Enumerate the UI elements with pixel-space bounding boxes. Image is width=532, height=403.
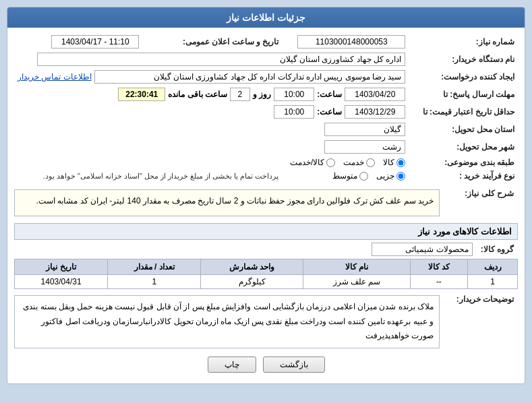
noe-radio-group: جزیی متوسط — [285, 171, 405, 181]
radio-jozi[interactable]: جزیی — [376, 171, 405, 181]
value-ijad: سید رضا موسوی رییس اداره تدارکات اداره ک… — [94, 70, 406, 84]
label-shahr: شهر محل تحویل: — [409, 138, 518, 156]
col-tarikh: تاریخ نیاز — [15, 259, 108, 275]
row-noe: نوع فرآیند خرید : جزیی متوسط — [14, 169, 518, 183]
col-kod: کد کالا — [410, 259, 468, 275]
row-tabagheh: طبقه بندی موضوعی: کالا خدمت — [14, 156, 518, 169]
label-noe: نوع فرآیند خرید : — [409, 169, 518, 183]
label-mohlat: مهلت ارسال پاسخ: تا — [409, 86, 518, 103]
hadat-saat: 10:00 — [274, 105, 314, 119]
row-ostan: استان محل تحویل: گیلان — [14, 121, 518, 138]
contact-info-link[interactable]: اطلاعات تماس خریدار — [18, 72, 92, 82]
label-nam-dastgah: نام دستگاه خریدار: — [409, 51, 518, 68]
label-group-kala: گروه کالا: — [477, 243, 518, 256]
page-header: جزئیات اطلاعات نیاز — [7, 7, 525, 28]
col-nam: نام کالا — [303, 259, 410, 275]
radio-kala[interactable]: کالا — [383, 158, 405, 167]
row-ijad: ایجاد کننده درخواست: سید رضا موسوی رییس … — [14, 68, 518, 86]
mohlat-roz: 2 — [230, 88, 250, 101]
radio-motevaset[interactable]: متوسط — [332, 171, 368, 181]
value-shomare: 1103000148000053 — [297, 35, 405, 49]
buttons-row: بازگشت چاپ — [14, 356, 518, 378]
label-sharh: شرح کلی نیاز: — [444, 187, 518, 200]
row-shahr: شهر محل تحویل: رشت — [14, 138, 518, 156]
row-shomare-tarikh: شماره نیاز: 1103000148000053 تاریخ و ساع… — [14, 33, 518, 51]
main-container: جزئیات اطلاعات نیاز شماره نیاز: 11030001… — [7, 7, 525, 384]
value-sharh: خرید سم علف کش ترک فلوالین دارای مجوز حف… — [14, 189, 440, 216]
chap-button[interactable]: چاپ — [208, 356, 256, 373]
value-nam-dastgah: اداره کل جهاد کشاورزی استان گیلان — [37, 53, 406, 66]
label-tarikh: تاریخ و ساعت اعلان عمومی: — [142, 33, 282, 51]
table-row: 1--سم علف شرزکیلوگرم11403/04/31 — [15, 275, 518, 289]
label-mande: ساعت باقی مانده — [168, 90, 227, 99]
col-radif: ردیف — [468, 259, 518, 275]
label-saat: ساعت: — [317, 90, 342, 99]
label-ostan: استان محل تحویل: — [409, 121, 518, 138]
label-ijad: ایجاد کننده درخواست: — [409, 68, 518, 86]
mohlat-saat: 10:00 — [274, 88, 314, 101]
label-hadat-saat: ساعت: — [317, 107, 342, 117]
section-kala-info: اطلاعات کالاهای مورد نیاز — [14, 223, 518, 240]
bazgasht-button[interactable]: بازگشت — [263, 356, 325, 373]
label-tozi: توضیحات خریدار: — [444, 292, 518, 306]
payment-note: پرداخت تمام یا بخشی از مبلغ خریدار از مح… — [43, 172, 279, 180]
value-ostan: گیلان — [324, 123, 405, 136]
row-nam-dastgah: نام دستگاه خریدار: اداره کل جهاد کشاورزی… — [14, 51, 518, 68]
label-shomare: شماره نیاز: — [409, 33, 518, 51]
col-vahed: واحد شمارش — [201, 259, 303, 275]
value-group-kala: محصولات شیمیائی — [372, 243, 473, 256]
value-shahr: رشت — [324, 140, 405, 154]
mohlat-date: 1403/04/20 — [345, 88, 405, 101]
content-area: شماره نیاز: 1103000148000053 تاریخ و ساع… — [7, 28, 525, 383]
radio-kala-khedmat[interactable]: کالا/خدمت — [290, 158, 335, 167]
label-roz: روز و — [253, 90, 271, 99]
value-tarikh: 1403/04/17 - 11:10 — [51, 35, 139, 49]
row-mohlat: مهلت ارسال پاسخ: تا 1403/04/20 ساعت: 10:… — [14, 86, 518, 103]
products-table: ردیف کد کالا نام کالا واحد شمارش تعداد /… — [14, 259, 518, 289]
row-hadat: حداقل تاریخ اعتبار قیمت: تا 1403/12/29 س… — [14, 103, 518, 121]
label-tabagheh: طبقه بندی موضوعی: — [409, 156, 518, 169]
hadat-date: 1403/12/29 — [345, 105, 405, 119]
info-table: شماره نیاز: 1103000148000053 تاریخ و ساع… — [14, 33, 518, 183]
label-hadat: حداقل تاریخ اعتبار قیمت: تا — [409, 103, 518, 121]
col-tedad: تعداد / مقدار — [108, 259, 201, 275]
value-tozi: ملاک برنده شدن میزان اعلامی درزمان بازگش… — [14, 295, 440, 348]
radio-khedmat[interactable]: خدمت — [343, 158, 375, 167]
page-title: جزئیات اطلاعات نیاز — [227, 12, 305, 23]
mohlat-timer: 22:30:41 — [118, 88, 165, 101]
tabagheh-radio-group: کالا خدمت کالا/خدمت — [18, 158, 405, 167]
